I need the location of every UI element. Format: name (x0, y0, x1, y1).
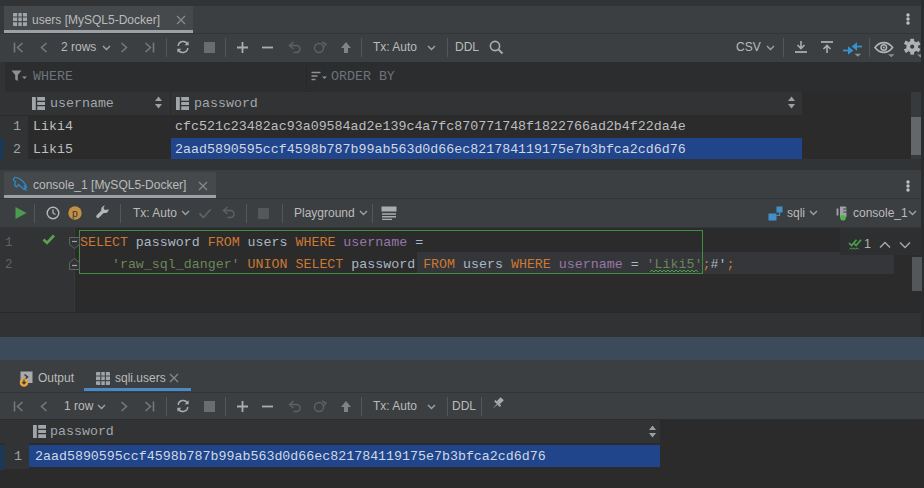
svg-text:p: p (72, 207, 78, 219)
